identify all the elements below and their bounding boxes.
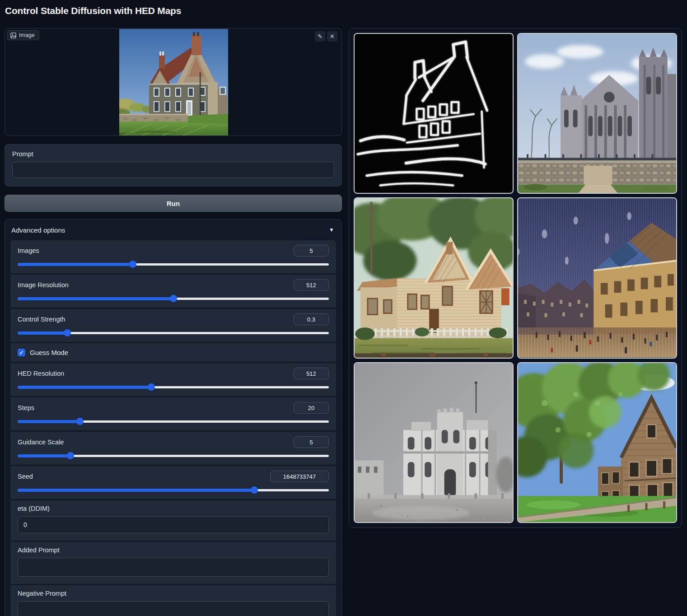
added-prompt-row: Added Prompt bbox=[10, 542, 336, 584]
slider-thumb[interactable] bbox=[251, 486, 258, 494]
images-value-input[interactable] bbox=[294, 245, 329, 257]
guidance-scale-slider[interactable] bbox=[18, 452, 329, 459]
slider-row-control-strength: Control Strength bbox=[10, 309, 336, 342]
negative-prompt-label: Negative Prompt bbox=[18, 590, 329, 597]
seed-label: Seed bbox=[18, 473, 33, 480]
negative-prompt-row: Negative Prompt bbox=[10, 585, 336, 616]
negative-prompt-input[interactable] bbox=[18, 601, 329, 616]
result-gallery bbox=[349, 28, 682, 528]
controls-column: Image ✎ ✕ bbox=[5, 28, 342, 616]
seed-slider[interactable] bbox=[18, 486, 329, 494]
bw-building-image bbox=[355, 363, 513, 522]
slider-fill bbox=[18, 489, 254, 492]
slider-row-image-resolution: Image Resolution bbox=[10, 275, 336, 308]
hed-resolution-label: HED Resolution bbox=[18, 370, 64, 377]
advanced-options-toggle[interactable]: Advanced options ▼ bbox=[10, 219, 336, 240]
close-icon: ✕ bbox=[330, 33, 335, 40]
gallery-item-stone-house[interactable] bbox=[517, 362, 677, 523]
prompt-label: Prompt bbox=[12, 150, 334, 158]
guidance-scale-value-input[interactable] bbox=[294, 436, 329, 448]
slider-row-steps: Steps bbox=[10, 397, 336, 430]
image-label: Image bbox=[19, 32, 35, 38]
control-strength-slider[interactable] bbox=[18, 329, 329, 336]
eta-input[interactable] bbox=[18, 516, 329, 533]
prompt-panel: Prompt bbox=[5, 144, 342, 187]
slider-thumb[interactable] bbox=[64, 329, 71, 336]
slider-row-hed-resolution: HED Resolution bbox=[10, 363, 336, 396]
input-image-dropzone[interactable]: Image ✎ ✕ bbox=[5, 28, 342, 136]
run-button[interactable]: Run bbox=[5, 195, 342, 212]
guidance-scale-label: Guidance Scale bbox=[18, 439, 64, 446]
guess-mode-label: Guess Mode bbox=[30, 349, 68, 356]
chevron-down-icon[interactable]: ▼ bbox=[329, 227, 334, 233]
slider-thumb[interactable] bbox=[148, 383, 155, 391]
slider-fill bbox=[18, 420, 80, 423]
slider-row-images: Images bbox=[10, 240, 336, 273]
steps-slider[interactable] bbox=[18, 418, 329, 425]
slider-thumb[interactable] bbox=[67, 452, 74, 459]
stone-house-image bbox=[518, 363, 676, 522]
image-resolution-slider[interactable] bbox=[18, 295, 329, 302]
prompt-input[interactable] bbox=[12, 162, 334, 178]
images-label: Images bbox=[18, 247, 39, 254]
guess-mode-checkbox[interactable]: ✓ bbox=[18, 349, 25, 356]
hed-map-image bbox=[355, 34, 513, 193]
steps-label: Steps bbox=[18, 404, 34, 411]
image-resolution-value-input[interactable] bbox=[294, 279, 329, 291]
slider-row-guidance-scale: Guidance Scale bbox=[10, 432, 336, 465]
edit-image-button[interactable]: ✎ bbox=[315, 31, 325, 42]
control-strength-value-input[interactable] bbox=[294, 313, 329, 325]
slider-row-seed: Seed bbox=[10, 466, 336, 499]
guess-mode-row: ✓ Guess Mode bbox=[10, 343, 336, 362]
check-icon: ✓ bbox=[19, 350, 23, 355]
images-slider[interactable] bbox=[18, 261, 329, 268]
image-label-badge: Image bbox=[7, 30, 39, 40]
slider-fill bbox=[18, 297, 173, 300]
gallery-item-impressionist[interactable] bbox=[517, 197, 677, 358]
slider-fill bbox=[18, 263, 133, 266]
slider-fill bbox=[18, 454, 70, 457]
control-strength-label: Control Strength bbox=[18, 316, 65, 323]
wooden-cottage-image bbox=[355, 198, 513, 357]
clear-image-button[interactable]: ✕ bbox=[327, 31, 337, 42]
impressionist-image bbox=[518, 198, 676, 357]
gallery-item-bw-building[interactable] bbox=[354, 362, 514, 523]
hed-resolution-value-input[interactable] bbox=[294, 368, 329, 379]
cathedral-image bbox=[518, 34, 676, 193]
slider-fill bbox=[18, 386, 151, 389]
image-icon bbox=[10, 33, 16, 38]
eta-row: eta (DDIM) bbox=[10, 500, 336, 541]
steps-value-input[interactable] bbox=[294, 402, 329, 414]
image-resolution-label: Image Resolution bbox=[18, 281, 69, 289]
slider-fill bbox=[18, 331, 67, 335]
gallery-item-hed-map[interactable] bbox=[354, 33, 514, 194]
added-prompt-label: Added Prompt bbox=[18, 546, 329, 554]
gallery-item-cathedral[interactable] bbox=[517, 33, 677, 194]
advanced-options-title: Advanced options bbox=[11, 226, 65, 234]
pencil-icon: ✎ bbox=[318, 33, 322, 40]
slider-thumb[interactable] bbox=[129, 261, 136, 268]
uploaded-house-photo bbox=[119, 29, 228, 136]
eta-label: eta (DDIM) bbox=[18, 505, 329, 512]
advanced-options-panel: Advanced options ▼ Images Image Resoluti… bbox=[5, 219, 342, 616]
gallery-item-wooden-cottage[interactable] bbox=[354, 197, 514, 358]
seed-value-input[interactable] bbox=[270, 471, 329, 482]
added-prompt-input[interactable] bbox=[18, 558, 329, 577]
hed-resolution-slider[interactable] bbox=[18, 383, 329, 391]
slider-thumb[interactable] bbox=[76, 418, 84, 425]
slider-thumb[interactable] bbox=[170, 295, 177, 302]
page-title: Control Stable Diffusion with HED Maps bbox=[5, 5, 181, 16]
